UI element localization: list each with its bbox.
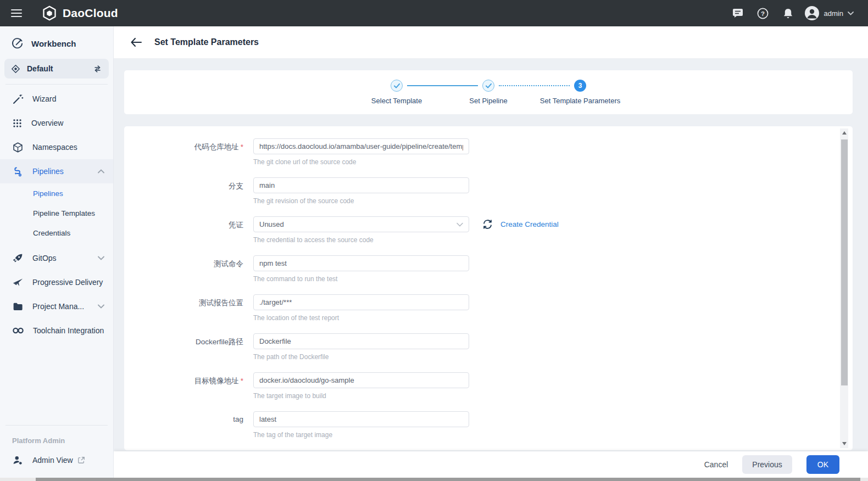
form-row-branch: 分支 The git revision of the source code: [124, 177, 853, 205]
message-icon[interactable]: [728, 4, 747, 23]
form-vertical-scrollbar[interactable]: [840, 128, 848, 448]
tag-input[interactable]: [253, 411, 469, 427]
step-1-done-icon: [391, 80, 403, 92]
folder-icon: [12, 301, 24, 312]
sidebar-subitem-pipelines[interactable]: Pipelines: [0, 183, 113, 203]
form-row-repo-url: 代码仓库地址* The git clone url of the source …: [124, 138, 853, 166]
scroll-down-arrow[interactable]: [840, 439, 848, 448]
step-connector-solid: [407, 85, 478, 86]
field-help: The target image to build: [253, 392, 469, 400]
field-label: 测试报告位置: [158, 294, 243, 322]
field-help: The command to run the test: [253, 275, 469, 283]
horizontal-scrollbar-thumb[interactable]: [36, 478, 860, 481]
field-help: The location of the test report: [253, 314, 469, 322]
sidebar-item-label: GitOps: [32, 254, 57, 262]
chevron-up-icon: [98, 169, 104, 174]
sidebar-item-namespaces[interactable]: Namespaces: [0, 135, 113, 159]
page-horizontal-scrollbar[interactable]: [0, 478, 868, 481]
brand-logo[interactable]: DaoCloud: [42, 5, 118, 21]
back-arrow-icon[interactable]: [128, 34, 144, 51]
dockerfile-path-input[interactable]: [253, 333, 469, 349]
ok-button[interactable]: OK: [806, 455, 839, 474]
sidebar-subitem-pipeline-templates[interactable]: Pipeline Templates: [0, 203, 113, 223]
sidebar-item-label: Overview: [31, 119, 63, 127]
sidebar-item-label: Namespaces: [32, 143, 77, 152]
step-3-label: Set Template Parameters: [535, 97, 626, 105]
help-icon[interactable]: ?: [754, 4, 772, 23]
cancel-button[interactable]: Cancel: [704, 460, 728, 469]
avatar: [804, 5, 820, 21]
sidebar-workbench-header[interactable]: Workbench: [0, 26, 113, 58]
field-help: The path of the Dockerfile: [253, 353, 469, 361]
sidebar-item-progressive-delivery[interactable]: Progressive Delivery: [0, 270, 113, 294]
scrollbar-thumb[interactable]: [841, 139, 848, 385]
credential-select-value: Unused: [259, 220, 284, 228]
step-3-current-badge: 3: [574, 80, 586, 92]
field-label: 代码仓库地址*: [158, 138, 243, 166]
field-help: The credential to access the source code: [253, 236, 559, 244]
field-help: The git revision of the source code: [253, 197, 469, 205]
sidebar-subitem-credentials[interactable]: Credentials: [0, 223, 113, 243]
field-label: tag: [158, 411, 243, 439]
create-credential-link[interactable]: Create Credential: [500, 220, 559, 228]
previous-button[interactable]: Previous: [742, 455, 792, 474]
credential-select[interactable]: Unused: [253, 216, 469, 232]
stepper-card: 3 Select Template Set Pipeline Set Templ…: [124, 70, 853, 114]
test-report-location-input[interactable]: [253, 294, 469, 310]
switch-workspace-icon[interactable]: [93, 65, 102, 73]
field-help: The git clone url of the source code: [253, 158, 469, 166]
wizard-footer: Cancel Previous OK: [114, 451, 868, 478]
workbench-icon: [11, 37, 24, 50]
sidebar-item-admin-view[interactable]: Admin View: [0, 448, 113, 472]
daocloud-logo-icon: [42, 5, 57, 21]
brand-name: DaoCloud: [63, 7, 118, 20]
required-mark: *: [241, 143, 243, 151]
form-row-credential: 凭证 Unused Create Credential: [124, 216, 853, 244]
sidebar-item-label: Progressive Delivery: [32, 278, 103, 287]
branch-input[interactable]: [253, 177, 469, 193]
admin-user-icon: [12, 455, 24, 466]
repo-url-input[interactable]: [253, 138, 469, 154]
form-card: 代码仓库地址* The git clone url of the source …: [124, 126, 853, 450]
page-title: Set Template Parameters: [154, 37, 259, 47]
user-menu[interactable]: admin: [804, 5, 854, 21]
step-1-label: Select Template: [351, 97, 443, 105]
field-label: 分支: [158, 177, 243, 205]
chevron-down-icon: [98, 256, 104, 260]
sidebar-item-wizard[interactable]: Wizard: [0, 87, 113, 111]
required-mark: *: [241, 377, 243, 385]
form-row-target-image: 目标镜像地址* The target image to build: [124, 372, 853, 400]
infinity-icon: [12, 326, 24, 335]
user-caret-down-icon: [848, 12, 854, 15]
refresh-credentials-icon[interactable]: [482, 219, 493, 230]
test-command-input[interactable]: [253, 255, 469, 271]
workspace-selector[interactable]: Default: [4, 59, 109, 79]
wizard-wand-icon: [12, 93, 24, 105]
external-link-icon: [77, 456, 85, 464]
paper-bird-icon: [12, 277, 24, 288]
cube-icon: [12, 142, 24, 153]
sidebar-item-toolchain-integration[interactable]: Toolchain Integration: [0, 318, 113, 343]
field-help: The tag of the target image: [253, 431, 469, 439]
sidebar-subitem-label: Credentials: [33, 229, 70, 237]
scroll-up-arrow[interactable]: [840, 128, 848, 137]
form-row-dockerfile-path: Dockerfile路径 The path of the Dockerfile: [124, 333, 853, 361]
field-label: Dockerfile路径: [158, 333, 243, 361]
sidebar-item-gitops[interactable]: GitOps: [0, 246, 113, 270]
sidebar-item-pipelines[interactable]: Pipelines: [0, 159, 113, 183]
menu-icon[interactable]: [5, 2, 27, 24]
sidebar-item-project-management[interactable]: Project Mana...: [0, 294, 113, 318]
sidebar-subitem-label: Pipelines: [33, 189, 63, 198]
sidebar: Workbench Default Wizard Overview Namesp…: [0, 26, 114, 478]
top-bar: DaoCloud ? admin: [0, 0, 868, 26]
notifications-bell-icon[interactable]: [779, 4, 798, 23]
sidebar-item-overview[interactable]: Overview: [0, 111, 113, 135]
page-header: Set Template Parameters: [114, 26, 868, 58]
form-row-test-command: 测试命令 The command to run the test: [124, 255, 853, 283]
select-chevron-down-icon: [457, 222, 463, 227]
sidebar-spacer: [0, 343, 113, 420]
workspace-name: Default: [27, 64, 53, 73]
svg-text:?: ?: [761, 10, 765, 16]
target-image-input[interactable]: [253, 372, 469, 388]
pipelines-icon: [12, 166, 24, 177]
